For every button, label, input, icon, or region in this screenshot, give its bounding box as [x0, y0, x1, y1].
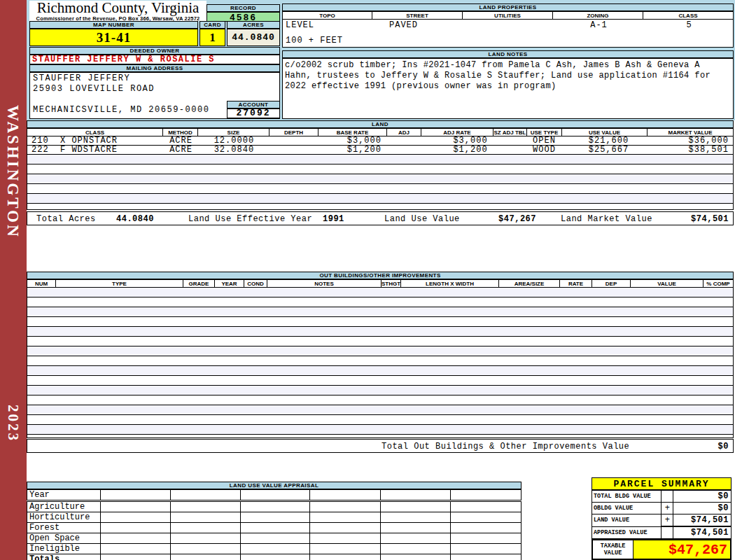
zoning-value: A-1: [554, 20, 644, 30]
empty-cell: [240, 554, 310, 560]
land-method: ACRE: [164, 145, 199, 155]
summary-value: $74,501: [673, 514, 732, 527]
land-properties-values: LEVEL PAVED A-1 5 100 + FEET: [282, 20, 734, 48]
row-label: Ineligible: [27, 544, 101, 554]
land-base-rate: $3,000: [318, 136, 387, 146]
out-buildings-columns: NUM TYPE GRADE YEAR COND NOTES STHGT LEN…: [27, 279, 734, 288]
empty-cell: [310, 523, 381, 533]
land-notes-line: Hahn, trustees to Jeffery W & Rosalie S …: [285, 71, 733, 81]
summary-sign: +: [662, 503, 673, 514]
total-acres-value: 44.0840: [116, 214, 154, 224]
taxable-value-row: TAXABLE VALUE $47,267: [592, 539, 732, 560]
land-size: 32.0840: [199, 145, 270, 155]
summary-sign: [662, 526, 673, 539]
column-header: TYPE: [56, 279, 183, 288]
card-header: CARD: [200, 21, 225, 29]
summary-label: OBLDG VALUE: [592, 503, 662, 514]
column-header: ADJ: [387, 128, 421, 136]
map-number-header: MAP NUMBER: [29, 21, 198, 29]
out-buildings-total-label: Total Out Buildings & Other Improvements…: [382, 442, 629, 451]
empty-cell: [100, 533, 170, 544]
out-buildings-total-row: Total Out Buildings & Other Improvements…: [27, 439, 734, 453]
empty-cell: [170, 533, 240, 544]
land-adj-rate: $1,200: [421, 145, 493, 155]
taxable-value-label: TAXABLE VALUE: [593, 540, 634, 559]
land-use-appraisal-year-row: Year: [27, 489, 522, 500]
land-adj-rate: $3,000: [421, 136, 493, 146]
column-header: UTILITIES: [463, 11, 553, 20]
column-header: % COMP: [704, 279, 734, 288]
summary-label: LAND VALUE: [592, 514, 662, 527]
land-use-type: OPEN: [527, 136, 562, 146]
empty-cell: [240, 512, 310, 523]
column-header: YEAR: [215, 279, 244, 288]
land-use-value: $25,667: [561, 145, 647, 155]
land-use-value: $21,600: [561, 136, 647, 146]
empty-cell: [240, 490, 310, 500]
empty-cell: [310, 490, 381, 500]
empty-cell: [310, 533, 381, 544]
land-row: 222 F WDSTACRE ACRE 32.0840 $1,200 $1,20…: [27, 146, 734, 155]
frontage-value: 100 + FEET: [286, 36, 343, 46]
land-notes-box: c/o2002 scrub timber; Ins #2021-1047 fro…: [282, 58, 734, 119]
empty-cell: [100, 544, 170, 554]
record-header: RECORD: [206, 4, 280, 12]
card-value: 1: [200, 29, 225, 46]
tax-year-label: 2023: [4, 405, 22, 442]
county-title-box: Richmond County, Virginia Commissioner o…: [29, 1, 206, 21]
empty-cell: [100, 523, 170, 533]
land-properties-header: LAND PROPERTIES: [282, 4, 734, 11]
empty-cell: [240, 544, 310, 554]
column-header: ZONING: [553, 11, 643, 20]
empty-cell: [240, 533, 310, 544]
empty-cell: [310, 512, 381, 523]
empty-cell: [451, 533, 522, 544]
column-header: AREA/SIZE: [499, 279, 560, 288]
total-acres-label: Total Acres: [36, 214, 96, 224]
land-base-rate: $1,200: [318, 145, 387, 155]
column-header: LENGTH X WIDTH: [401, 279, 499, 288]
column-header: DEP: [592, 279, 631, 288]
out-buildings-empty-rows: [27, 288, 734, 438]
land-market-value-total: $74,501: [691, 214, 729, 224]
land-section-header: LAND: [27, 120, 734, 128]
row-label: Year: [27, 490, 101, 500]
empty-cell: [240, 523, 310, 533]
row-label: Forest: [27, 523, 101, 533]
empty-cell: [381, 523, 451, 533]
land-use-appraisal-table: Agriculture Horticulture Forest Open Spa…: [27, 501, 522, 560]
empty-cell: [451, 544, 522, 554]
land-class: 210 X OPNSTACR: [27, 136, 164, 146]
land-notes-line: c/o2002 scrub timber; Ins #2021-1047 fro…: [285, 60, 733, 71]
empty-cell: [310, 554, 381, 560]
row-label: Totals: [27, 554, 101, 560]
land-use-appraisal-header: LAND USE VALUE APPRAISAL: [27, 482, 522, 489]
empty-cell: [100, 490, 170, 500]
empty-cell: [310, 502, 381, 512]
summary-label: APPRAISED VALUE: [592, 526, 662, 539]
land-method: ACRE: [164, 136, 199, 146]
side-rail: WASHINGTON 2023: [0, 0, 27, 560]
column-header: SZ ADJ TBL: [493, 128, 527, 136]
map-number-value: 31-41: [29, 29, 198, 46]
empty-cell: [451, 512, 522, 523]
acres-header: ACRES: [227, 21, 280, 29]
column-header: VALUE: [631, 279, 704, 288]
summary-sign: [662, 491, 673, 503]
empty-cell: [170, 512, 240, 523]
mailing-line: STAUFFER JEFFERY: [33, 74, 279, 84]
summary-sign: +: [662, 514, 673, 527]
empty-cell: [100, 554, 170, 560]
summary-value: $74,501: [673, 526, 732, 539]
row-label: Horticulture: [27, 512, 101, 523]
empty-cell: [381, 544, 451, 554]
land-notes-header: LAND NOTES: [282, 50, 734, 58]
empty-cell: [451, 502, 522, 512]
land-size: 12.0000: [199, 136, 270, 146]
land-use-type: WOOD: [527, 145, 562, 155]
empty-cell: [170, 554, 240, 560]
topo-value: LEVEL: [286, 20, 314, 30]
mailing-line: 25903 LOVEVILLE ROAD: [33, 84, 279, 94]
column-header: CLASS: [643, 11, 734, 20]
out-buildings-total-value: $0: [718, 442, 729, 451]
